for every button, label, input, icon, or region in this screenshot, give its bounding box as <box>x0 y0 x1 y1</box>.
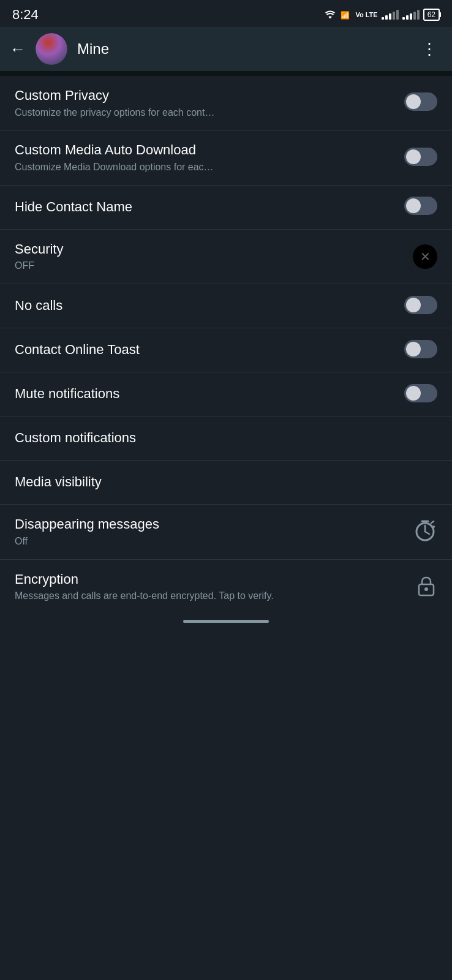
setting-title-no-calls: No calls <box>15 297 394 315</box>
svg-point-6 <box>432 526 435 528</box>
setting-subtitle-custom-media: Customize Media Download options for eac… <box>15 161 394 174</box>
bottom-bar <box>0 614 452 629</box>
toggle-custom-media[interactable] <box>404 148 437 166</box>
setting-custom-media-download[interactable]: Custom Media Auto Download Customize Med… <box>0 130 452 185</box>
setting-disappearing-messages[interactable]: Disappearing messages Off <box>0 505 452 559</box>
setting-media-visibility[interactable]: Media visibility <box>0 461 452 505</box>
setting-title-custom-media: Custom Media Auto Download <box>15 141 394 159</box>
toggle-contact-online-toast[interactable] <box>404 340 437 358</box>
setting-title-encryption: Encryption <box>15 571 405 589</box>
security-off-icon: ✕ <box>413 244 437 269</box>
more-options-button[interactable]: ⋮ <box>416 37 442 61</box>
toggle-no-calls[interactable] <box>404 296 437 314</box>
svg-line-5 <box>431 521 434 523</box>
setting-subtitle-custom-privacy: Customize the privacy options for each c… <box>15 107 394 119</box>
setting-title-mute-notifications: Mute notifications <box>15 385 394 403</box>
setting-mute-notifications[interactable]: Mute notifications <box>0 372 452 417</box>
header: ← Mine ⋮ <box>0 27 452 71</box>
contact-name: Mine <box>77 40 407 58</box>
svg-text:📶: 📶 <box>341 10 350 20</box>
toggle-hide-contact[interactable] <box>404 197 437 215</box>
setting-title-contact-online-toast: Contact Online Toast <box>15 341 394 359</box>
signal-bars-1 <box>382 10 399 20</box>
setting-custom-privacy[interactable]: Custom Privacy Customize the privacy opt… <box>0 76 452 130</box>
setting-contact-online-toast[interactable]: Contact Online Toast <box>0 328 452 372</box>
setting-custom-notifications[interactable]: Custom notifications <box>0 417 452 461</box>
status-time: 8:24 <box>12 7 39 23</box>
home-indicator <box>183 620 269 623</box>
setting-hide-contact-name[interactable]: Hide Contact Name <box>0 186 452 230</box>
status-icons: 📶 Vo LTE 62 <box>323 9 440 21</box>
settings-list: Custom Privacy Customize the privacy opt… <box>0 76 452 614</box>
setting-title-security: Security <box>15 241 413 258</box>
battery-icon: 62 <box>423 9 440 21</box>
setting-security[interactable]: Security OFF ✕ <box>0 230 452 284</box>
wifi-icon <box>323 10 337 20</box>
lock-icon <box>415 575 437 597</box>
back-button[interactable]: ← <box>10 40 26 59</box>
setting-subtitle-disappearing: Off <box>15 535 403 548</box>
status-bar: 8:24 📶 Vo LTE 62 <box>0 0 452 27</box>
setting-subtitle-security: OFF <box>15 260 413 273</box>
setting-encryption[interactable]: Encryption Messages and calls are end-to… <box>0 560 452 614</box>
section-divider <box>0 71 452 76</box>
phone-signal-icon: 📶 <box>341 10 352 20</box>
toggle-mute-notifications[interactable] <box>404 384 437 402</box>
setting-title-disappearing: Disappearing messages <box>15 516 403 533</box>
svg-point-8 <box>424 587 428 591</box>
avatar[interactable] <box>36 33 67 65</box>
setting-title-custom-privacy: Custom Privacy <box>15 87 394 105</box>
setting-title-custom-notifications: Custom notifications <box>15 429 437 447</box>
setting-title-hide-contact: Hide Contact Name <box>15 198 394 216</box>
setting-no-calls[interactable]: No calls <box>0 284 452 328</box>
svg-line-3 <box>425 532 429 534</box>
setting-subtitle-encryption: Messages and calls are end-to-end encryp… <box>15 590 405 603</box>
timer-icon <box>413 518 437 543</box>
toggle-custom-privacy[interactable] <box>404 92 437 111</box>
signal-bars-2 <box>402 10 420 20</box>
vo-lte-icon: Vo LTE <box>355 11 377 18</box>
setting-title-media-visibility: Media visibility <box>15 473 437 491</box>
